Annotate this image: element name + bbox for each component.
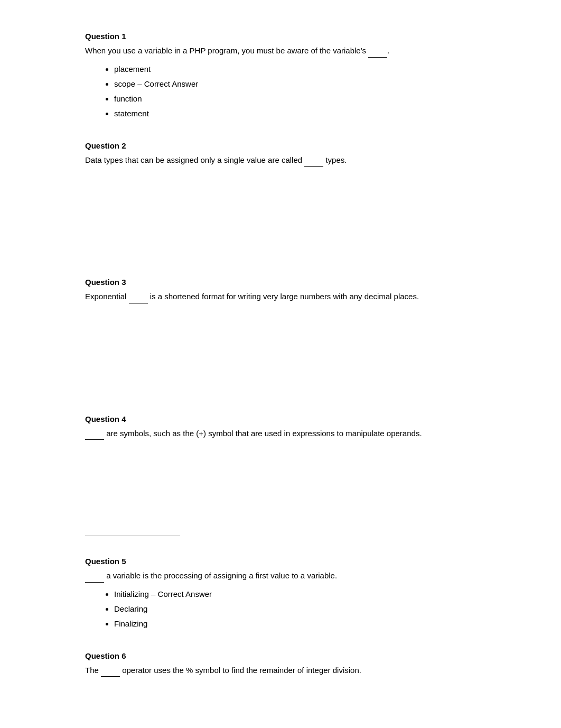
- question-block-3: Question 3 Exponential is a shortened fo…: [85, 278, 476, 393]
- question-block-2: Question 2 Data types that can be assign…: [85, 141, 476, 257]
- list-item: Finalizing: [114, 618, 476, 630]
- page-container: Question 1 When you use a variable in a …: [43, 0, 518, 728]
- question-3-blank: [129, 291, 148, 303]
- question-4-blank: [85, 428, 104, 440]
- question-4-label: Question 4: [85, 414, 476, 423]
- question-5-blank: [85, 570, 104, 583]
- question-2-text: Data types that can be assigned only a s…: [85, 154, 476, 167]
- question-1-text: When you use a variable in a PHP program…: [85, 45, 476, 58]
- question-2-spacer: [85, 172, 476, 256]
- question-5-label: Question 5: [85, 557, 476, 566]
- question-block-6: Question 6 The operator uses the % symbo…: [85, 651, 476, 677]
- question-1-label: Question 1: [85, 32, 476, 41]
- list-item: placement: [114, 63, 476, 76]
- list-item: Initializing – Correct Answer: [114, 588, 476, 601]
- question-1-answers: placement scope – Correct Answer functio…: [85, 63, 476, 120]
- question-block-4: Question 4 are symbols, such as the (+) …: [85, 414, 476, 536]
- question-1-blank: [368, 45, 387, 58]
- section-divider: [85, 535, 180, 536]
- question-2-blank: [304, 154, 323, 167]
- question-5-answers: Initializing – Correct Answer Declaring …: [85, 588, 476, 630]
- question-4-spacer: [85, 445, 476, 530]
- list-item: Declaring: [114, 603, 476, 615]
- question-5-text: a variable is the processing of assignin…: [85, 570, 476, 583]
- question-block-1: Question 1 When you use a variable in a …: [85, 32, 476, 120]
- question-6-label: Question 6: [85, 651, 476, 660]
- question-6-text: The operator uses the % symbol to find t…: [85, 665, 476, 677]
- question-3-label: Question 3: [85, 278, 476, 287]
- list-item: scope – Correct Answer: [114, 78, 476, 90]
- list-item: function: [114, 93, 476, 105]
- question-4-text: are symbols, such as the (+) symbol that…: [85, 428, 476, 440]
- question-3-text: Exponential is a shortened format for wr…: [85, 291, 476, 303]
- question-2-label: Question 2: [85, 141, 476, 150]
- list-item: statement: [114, 107, 476, 120]
- question-6-blank: [101, 665, 120, 677]
- question-block-5: Question 5 a variable is the processing …: [85, 557, 476, 630]
- question-3-spacer: [85, 309, 476, 393]
